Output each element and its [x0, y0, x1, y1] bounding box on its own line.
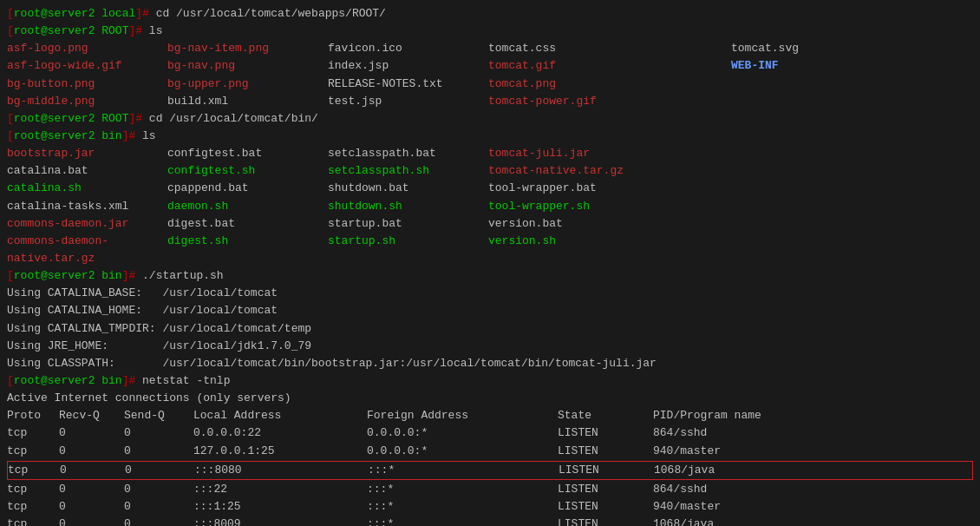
- cmd-1: cd /usr/local/tomcat/webapps/ROOT/: [149, 5, 386, 23]
- file-configtest-bat: configtest.bat: [167, 145, 328, 162]
- file-catalina-bat: catalina.bat: [7, 162, 167, 180]
- netstat-row-3-highlighted: tcp 0 0 :::8080 :::* LISTEN 1068/java: [7, 461, 973, 480]
- file-tomcat-native-tar: tomcat-native.tar.gz: [488, 162, 731, 180]
- file-release-notes: RELEASE-NOTES.txt: [328, 76, 488, 93]
- prompt-bracket-1: [: [7, 5, 14, 23]
- file-tool-wrapper-sh: tool-wrapper.sh: [488, 198, 731, 215]
- file-tomcat-power: tomcat-power.gif: [488, 93, 731, 110]
- file-web-inf: WEB-INF: [731, 57, 905, 75]
- file-startup-sh: startup.sh: [328, 233, 488, 267]
- file-bootstrap-jar: bootstrap.jar: [7, 145, 167, 162]
- line-startup: [root@server2 bin]# ./startup.sh: [7, 267, 973, 285]
- file-empty4: [731, 162, 948, 180]
- file-tool-wrapper-bat: tool-wrapper.bat: [488, 180, 731, 197]
- netstat-row-6: tcp 0 0 :::8009 :::* LISTEN 1068/java: [7, 516, 973, 526]
- prompt-user-1: root@server2 local: [14, 5, 135, 23]
- file-commons-daemon-native: commons-daemon-native.tar.gz: [7, 233, 167, 267]
- file-bg-nav: bg-nav.png: [167, 57, 328, 75]
- netstat-header: Proto Recv-Q Send-Q Local Address Foreig…: [7, 407, 973, 424]
- prompt-bracket-1b: ]#: [135, 5, 149, 23]
- file-setclasspath-sh: setclasspath.sh: [328, 162, 488, 180]
- file-version-sh: version.sh: [488, 233, 731, 267]
- file-empty1: [731, 76, 905, 93]
- netstat-row-4: tcp 0 0 :::22 :::* LISTEN 864/sshd: [7, 481, 973, 498]
- file-tomcat-svg: tomcat.svg: [731, 40, 905, 57]
- file-test-jsp: test.jsp: [328, 93, 488, 110]
- line-netstat-cmd: [root@server2 bin]# netstat -tnlp: [7, 372, 973, 390]
- file-catalina-tasks-xml: catalina-tasks.xml: [7, 198, 167, 215]
- file-index-jsp: index.jsp: [328, 57, 488, 75]
- terminal: [root@server2 local]# cd /usr/local/tomc…: [0, 0, 980, 526]
- file-startup-bat: startup.bat: [328, 215, 488, 233]
- file-asf-logo-png: asf-logo.png: [7, 40, 167, 57]
- file-tomcat-css: tomcat.css: [488, 40, 731, 57]
- file-tomcat-png: tomcat.png: [488, 76, 731, 93]
- line-1: [root@server2 local]# cd /usr/local/tomc…: [7, 5, 973, 23]
- line-ls-bin: [root@server2 bin]# ls: [7, 128, 973, 145]
- file-bg-upper: bg-upper.png: [167, 76, 328, 93]
- prompt-bracket-2: [: [7, 23, 14, 40]
- prompt-bracket-2b: ]#: [128, 23, 142, 40]
- file-version-bat: version.bat: [488, 215, 731, 233]
- file-shutdown-bat: shutdown.bat: [328, 180, 488, 197]
- root-file-listing: asf-logo.png bg-nav-item.png favicon.ico…: [7, 40, 973, 110]
- file-shutdown-sh: shutdown.sh: [328, 198, 488, 215]
- line-2: [root@server2 ROOT]# ls: [7, 23, 973, 40]
- netstat-row-1: tcp 0 0 0.0.0.0:22 0.0.0.0:* LISTEN 864/…: [7, 424, 973, 442]
- line-catalina-base: Using CATALINA_BASE: /usr/local/tomcat: [7, 285, 973, 302]
- cmd-2: ls: [142, 23, 162, 40]
- file-configtest-sh: configtest.sh: [167, 162, 328, 180]
- prompt-user-2: root@server2 ROOT: [14, 23, 129, 40]
- file-empty5: [731, 180, 948, 197]
- line-catalina-home: Using CATALINA_HOME: /usr/local/tomcat: [7, 302, 973, 319]
- file-cpappend-bat: cpappend.bat: [167, 180, 328, 197]
- netstat-row-5: tcp 0 0 :::1:25 :::* LISTEN 940/master: [7, 498, 973, 516]
- file-empty2: [731, 93, 905, 110]
- file-tomcat-gif: tomcat.gif: [488, 57, 731, 75]
- file-bg-nav-item: bg-nav-item.png: [167, 40, 328, 57]
- file-bg-middle: bg-middle.png: [7, 93, 167, 110]
- file-digest-sh: digest.sh: [167, 233, 328, 267]
- file-empty3: [731, 145, 948, 162]
- file-tomcat-juli-jar: tomcat-juli.jar: [488, 145, 731, 162]
- file-empty8: [731, 233, 948, 267]
- file-daemon-sh: daemon.sh: [167, 198, 328, 215]
- line-jre-home: Using JRE_HOME: /usr/local/jdk1.7.0_79: [7, 338, 973, 355]
- line-active-connections: Active Internet connections (only server…: [7, 390, 973, 407]
- file-asf-logo-wide: asf-logo-wide.gif: [7, 57, 167, 75]
- file-empty7: [731, 215, 948, 233]
- file-bg-button: bg-button.png: [7, 76, 167, 93]
- file-build-xml: build.xml: [167, 93, 328, 110]
- bin-file-listing: bootstrap.jar configtest.bat setclasspat…: [7, 145, 973, 267]
- file-empty6: [731, 198, 948, 215]
- line-catalina-tmpdir: Using CATALINA_TMPDIR: /usr/local/tomcat…: [7, 320, 973, 338]
- file-setclasspath-bat: setclasspath.bat: [328, 145, 488, 162]
- line-classpath: Using CLASSPATH: /usr/local/tomcat/bin/b…: [7, 355, 973, 372]
- file-favicon: favicon.ico: [328, 40, 488, 57]
- file-commons-daemon-jar: commons-daemon.jar: [7, 215, 167, 233]
- file-digest-bat: digest.bat: [167, 215, 328, 233]
- file-catalina-sh: catalina.sh: [7, 180, 167, 197]
- line-cd-bin: [root@server2 ROOT]# cd /usr/local/tomca…: [7, 110, 973, 128]
- netstat-row-2: tcp 0 0 127.0.0.1:25 0.0.0.0:* LISTEN 94…: [7, 443, 973, 460]
